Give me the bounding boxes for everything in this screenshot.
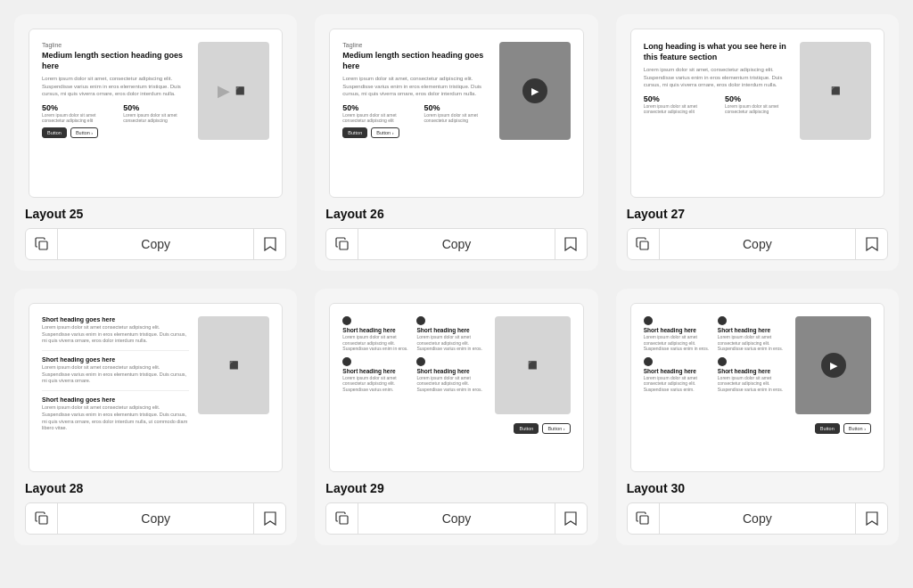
preview-btn1-29: Button xyxy=(514,423,539,434)
bookmark-btn-30[interactable] xyxy=(855,502,887,535)
icon-heading-1-30: Short heading here xyxy=(644,327,712,333)
copy-label-25[interactable]: Copy xyxy=(58,237,253,251)
stat2-label-25: Lorem ipsum dolor sit amet consectetur a… xyxy=(123,112,189,123)
layout-label-30: Layout 30 xyxy=(627,481,888,495)
image-icon-27: ◾ xyxy=(826,81,845,101)
stats-row-26: 50% Lorem ipsum dolor sit amet consectet… xyxy=(342,103,489,123)
bookmark-icon-25 xyxy=(264,237,276,251)
icon-grid-30: Short heading here Lorem ipsum dolor sit… xyxy=(644,316,786,392)
card-footer-28: Layout 28 Copy xyxy=(14,476,297,545)
copy-bar-28[interactable]: Copy xyxy=(25,502,286,535)
list-item-2-28: Short heading goes here Lorem ipsum dolo… xyxy=(42,356,189,391)
stat1-label-26: Lorem ipsum dolor sit amet consectetur a… xyxy=(342,112,413,123)
bookmark-icon-30 xyxy=(866,511,878,526)
preview-area-29: Short heading here Lorem ipsum dolor sit… xyxy=(315,289,597,476)
copy-icon-btn-29[interactable] xyxy=(326,502,358,535)
preview-left-26: Tagline Medium length section heading go… xyxy=(342,42,489,138)
copy-label-27[interactable]: Copy xyxy=(660,237,855,251)
stat1-num-25: 50% xyxy=(42,103,112,112)
bookmark-icon-28 xyxy=(264,511,276,526)
icon-cell-1-29: Short heading here Lorem ipsum dolor sit… xyxy=(342,316,411,352)
icon-cell-4-30: Short heading here Lorem ipsum dolor sit… xyxy=(718,357,786,393)
copy-icon-btn-26[interactable] xyxy=(326,228,358,260)
copy-icon-btn-30[interactable] xyxy=(628,502,660,535)
list-text-1-28: Lorem ipsum dolor sit amet consectetur a… xyxy=(42,324,189,345)
copy-icon-26 xyxy=(335,237,350,251)
stat2-label-27: Lorem ipsum dolor sit amet consectetur a… xyxy=(725,103,791,114)
image-icon-28: ◾ xyxy=(224,355,243,375)
stat2-26: 50% Lorem ipsum dolor sit amet consectet… xyxy=(424,103,490,123)
preview-body-27: Lorem ipsum dolor sit amet, consectetur … xyxy=(644,66,791,88)
card-layout-25: Tagline Medium length section heading go… xyxy=(14,14,297,271)
layout-grid: Tagline Medium length section heading go… xyxy=(14,14,899,545)
copy-label-26[interactable]: Copy xyxy=(358,237,554,251)
layout-label-27: Layout 27 xyxy=(627,207,888,221)
stats-row-25: 50% Lorem ipsum dolor sit amet consectet… xyxy=(42,103,189,123)
preview-tag-25: Tagline xyxy=(42,42,189,48)
icon-heading-4-30: Short heading here xyxy=(718,368,786,374)
icon-text-4-29: Lorem ipsum dolor sit amet consectetur a… xyxy=(416,375,485,393)
icon-2-30 xyxy=(718,316,727,325)
icon-cell-3-29: Short heading here Lorem ipsum dolor sit… xyxy=(342,357,411,393)
icon-text-3-29: Lorem ipsum dolor sit amet consectetur a… xyxy=(342,375,411,393)
stat1-label-25: Lorem ipsum dolor sit amet consectetur a… xyxy=(42,112,112,123)
stat1-26: 50% Lorem ipsum dolor sit amet consectet… xyxy=(342,103,413,123)
copy-bar-29[interactable]: Copy xyxy=(325,502,587,535)
image-icon-29: ◾ xyxy=(522,355,542,375)
preview-heading-27: Long heading is what you see here in thi… xyxy=(644,42,791,62)
icon-3-30 xyxy=(644,357,653,366)
bookmark-btn-26[interactable] xyxy=(555,228,587,260)
copy-label-30[interactable]: Copy xyxy=(660,511,855,526)
copy-bar-26[interactable]: Copy xyxy=(325,228,587,260)
copy-bar-30[interactable]: Copy xyxy=(627,502,888,535)
preview-left-25: Tagline Medium length section heading go… xyxy=(42,42,189,138)
preview-btn2-29: Button › xyxy=(542,423,570,434)
bookmark-btn-28[interactable] xyxy=(253,502,285,535)
stat2-27: 50% Lorem ipsum dolor sit amet consectet… xyxy=(725,94,791,114)
preview-left-28: Short heading goes here Lorem ipsum dolo… xyxy=(42,316,189,437)
copy-label-29[interactable]: Copy xyxy=(358,511,554,526)
copy-label-28[interactable]: Copy xyxy=(58,511,253,526)
bookmark-btn-27[interactable] xyxy=(855,228,887,260)
copy-icon-28 xyxy=(35,511,49,526)
stat2-num-27: 50% xyxy=(725,94,791,103)
copy-icon-btn-28[interactable] xyxy=(26,502,58,535)
bookmark-btn-29[interactable] xyxy=(555,502,587,535)
copy-icon-btn-27[interactable] xyxy=(628,228,660,260)
preview-btn2-25: Button › xyxy=(70,127,98,138)
preview-image-25: ▶◾ xyxy=(198,42,269,140)
preview-heading-26: Medium length section heading goes here xyxy=(342,51,489,71)
card-layout-27: Long heading is what you see here in thi… xyxy=(616,14,899,271)
icon-cell-2-30: Short heading here Lorem ipsum dolor sit… xyxy=(718,316,786,352)
preview-inner-30: Short heading here Lorem ipsum dolor sit… xyxy=(630,303,884,472)
preview-btn2-30: Button › xyxy=(843,423,871,434)
svg-rect-3 xyxy=(39,516,47,524)
btn-row-29: Button Button › xyxy=(514,423,570,434)
bookmark-icon-29 xyxy=(564,511,577,526)
icon-grid-29: Short heading here Lorem ipsum dolor sit… xyxy=(342,316,485,392)
copy-bar-25[interactable]: Copy xyxy=(25,228,286,260)
preview-tag-26: Tagline xyxy=(342,42,489,48)
bookmark-btn-25[interactable] xyxy=(253,228,285,260)
copy-icon-btn-25[interactable] xyxy=(26,228,58,260)
preview-left-27: Long heading is what you see here in thi… xyxy=(644,42,791,118)
list-heading-1-28: Short heading goes here xyxy=(42,316,189,323)
icon-text-2-30: Lorem ipsum dolor sit amet consectetur a… xyxy=(718,334,786,352)
play-icon-26: ▶ xyxy=(522,78,547,103)
card-footer-25: Layout 25 Copy xyxy=(14,201,297,271)
copy-icon-25 xyxy=(35,237,49,251)
icon-cell-3-30: Short heading here Lorem ipsum dolor sit… xyxy=(644,357,712,393)
preview-inner-28: Short heading goes here Lorem ipsum dolo… xyxy=(29,303,283,472)
preview-area-26: Tagline Medium length section heading go… xyxy=(315,14,597,201)
icon-heading-3-29: Short heading here xyxy=(342,368,411,374)
stat2-label-26: Lorem ipsum dolor sit amet consectetur a… xyxy=(424,112,490,123)
btn-row-25: Button Button › xyxy=(42,127,189,138)
btn-row-30: Button Button › xyxy=(815,423,871,434)
bookmark-icon-26 xyxy=(564,237,577,251)
preview-image-30: ▶ xyxy=(795,316,871,414)
card-footer-29: Layout 29 Copy xyxy=(315,476,597,545)
icon-text-2-29: Lorem ipsum dolor sit amet consectetur a… xyxy=(416,334,485,352)
svg-rect-0 xyxy=(39,241,47,249)
copy-bar-27[interactable]: Copy xyxy=(627,228,888,260)
preview-btn1-25: Button xyxy=(42,127,67,138)
